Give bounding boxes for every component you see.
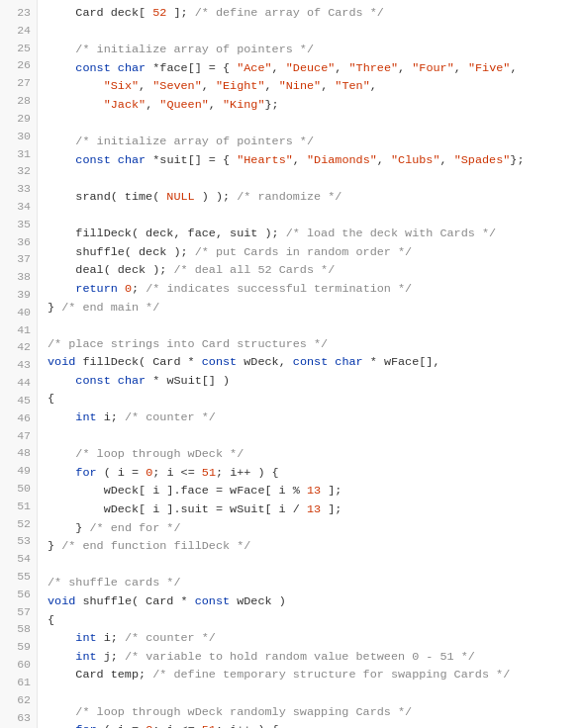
code-content[interactable]: Card deck[ 52 ]; /* define array of Card…: [38, 0, 584, 728]
code-token: *suit[] = {: [146, 153, 237, 167]
code-line: /* initialize array of pointers */: [48, 41, 584, 59]
code-token: ) );: [195, 190, 237, 204]
code-line: [48, 556, 584, 575]
code-token: 13: [307, 502, 321, 516]
code-token: [118, 282, 125, 296]
code-token: int: [75, 650, 96, 664]
code-token: "Jack": [104, 98, 146, 112]
code-line: /* place strings into Card structures */: [48, 335, 584, 354]
code-token: *face[] = {: [146, 61, 237, 75]
code-token: wDeck[ i ].suit = wSuit[ i /: [48, 502, 307, 516]
code-token: [48, 282, 75, 296]
code-token: "Nine": [279, 79, 321, 93]
code-token: const: [195, 594, 230, 608]
code-token: "Six": [104, 79, 139, 93]
code-token: /* counter */: [125, 631, 216, 645]
code-token: return: [75, 282, 117, 296]
code-line: /* initialize array of pointers */: [48, 133, 584, 151]
code-token: ; i <=: [152, 723, 202, 728]
code-token: 52: [152, 6, 166, 20]
line-number: 31: [4, 145, 31, 163]
line-number: 60: [4, 656, 31, 674]
code-line: [48, 169, 584, 188]
code-token: char: [335, 355, 362, 369]
code-line: shuffle( deck ); /* put Cards in random …: [48, 243, 584, 262]
code-line: srand( time( NULL ) ); /* randomize */: [48, 188, 584, 207]
code-line: [48, 427, 584, 446]
code-token: /* variable to hold random value between…: [125, 650, 475, 664]
code-token: void: [48, 355, 75, 369]
line-number: 51: [4, 498, 31, 515]
code-token: ,: [510, 61, 517, 75]
code-token: char: [118, 374, 146, 388]
code-token: [48, 98, 104, 112]
code-token: ];: [321, 502, 341, 516]
code-token: "Ace": [237, 61, 271, 75]
code-token: 0: [125, 282, 132, 296]
code-token: "Hearts": [237, 153, 293, 167]
code-token: ; i++ ) {: [216, 723, 279, 728]
code-token: const: [75, 61, 110, 75]
code-token: for: [75, 723, 96, 728]
code-line: return 0; /* indicates successful termin…: [48, 280, 584, 299]
code-token: ,: [321, 79, 335, 93]
code-token: j;: [97, 650, 125, 664]
line-number: 57: [4, 603, 31, 621]
code-line: int i; /* counter */: [48, 409, 584, 427]
code-token: "Ten": [335, 79, 369, 93]
code-token: "Diamonds": [307, 153, 377, 167]
code-token: char: [118, 61, 146, 75]
code-token: /* put Cards in random order */: [195, 245, 412, 259]
code-token: /* loop through wDeck randomly swapping …: [75, 705, 412, 719]
code-token: 51: [202, 466, 216, 480]
code-token: ,: [335, 61, 348, 75]
code-token: [48, 410, 75, 424]
code-token: void: [48, 594, 75, 608]
line-number: 49: [4, 462, 31, 480]
code-token: int: [75, 631, 96, 645]
code-token: [48, 43, 75, 56]
line-number: 30: [4, 128, 31, 145]
code-line: deal( deck ); /* deal all 52 Cards */: [48, 261, 584, 280]
line-number: 35: [4, 216, 31, 233]
code-token: ; i <=: [152, 466, 202, 480]
code-line: {: [48, 390, 584, 409]
code-token: srand( time(: [48, 190, 166, 204]
line-number: 36: [4, 233, 31, 251]
code-token: wDeck[ i ].face = wFace[ i %: [48, 484, 307, 498]
code-line: {: [48, 611, 584, 630]
code-token: char: [118, 153, 146, 167]
code-token: const: [293, 355, 328, 369]
code-line: [48, 317, 584, 335]
code-token: shuffle( deck );: [48, 245, 195, 259]
code-token: ; i++ ) {: [216, 466, 279, 480]
code-token: ,: [377, 153, 391, 167]
code-token: [48, 723, 75, 728]
line-number: 26: [4, 56, 31, 74]
code-token: [111, 61, 118, 75]
line-number: 37: [4, 250, 31, 268]
line-number: 61: [4, 674, 31, 691]
line-number: 52: [4, 515, 31, 533]
code-line: Card temp; /* define temporary structure…: [48, 666, 584, 684]
code-token: ,: [146, 98, 159, 112]
line-number: 58: [4, 620, 31, 638]
code-line: /* shuffle cards */: [48, 574, 584, 592]
code-token: ,: [370, 79, 377, 93]
code-line: wDeck[ i ].face = wFace[ i % 13 ];: [48, 482, 584, 500]
line-number: 50: [4, 480, 31, 498]
code-token: ,: [265, 79, 279, 93]
code-token: "Five": [468, 61, 510, 75]
line-number: 47: [4, 427, 31, 445]
line-number: 23: [4, 4, 31, 22]
code-line: } /* end main */: [48, 299, 584, 318]
code-token: Card deck[: [48, 6, 152, 20]
code-token: * wSuit[] ): [146, 374, 230, 388]
code-token: }: [48, 301, 61, 315]
code-token: const: [202, 355, 237, 369]
code-token: ,: [398, 61, 412, 75]
code-token: int: [75, 410, 96, 424]
code-token: [48, 374, 75, 388]
code-line: /* loop through wDeck */: [48, 445, 584, 464]
code-line: [48, 115, 584, 134]
